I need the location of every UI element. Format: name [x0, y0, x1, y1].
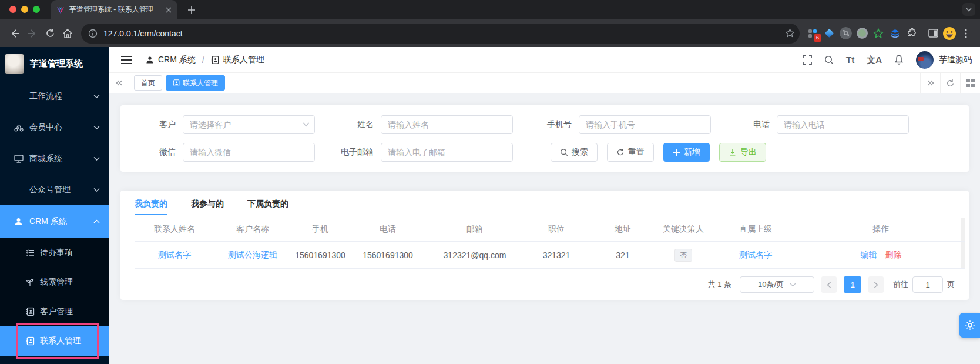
reset-button[interactable]: 重置 — [607, 143, 654, 162]
profile-avatar[interactable] — [941, 25, 958, 42]
sidebar-item-mall-system[interactable]: 商城系统 — [0, 143, 109, 174]
name-input[interactable] — [381, 115, 513, 134]
theme-settings-button[interactable] — [959, 313, 980, 338]
field-label: 电子邮箱 — [333, 147, 374, 158]
tab-subordinate[interactable]: 下属负责的 — [247, 199, 288, 215]
navbar-actions: Tt 文A 芋道源码 — [803, 51, 972, 69]
extension-layers-icon[interactable] — [887, 25, 903, 42]
language-icon[interactable]: 文A — [867, 55, 882, 64]
mobile-input[interactable] — [579, 115, 711, 134]
user-icon — [14, 218, 23, 226]
sidebar-item-crm-system[interactable]: CRM 系统 — [0, 205, 109, 238]
next-page-button[interactable] — [868, 276, 884, 293]
app-navbar: CRM 系统 / 联系人管理 Tt 文A — [109, 47, 980, 73]
tag-label: 联系人管理 — [183, 78, 218, 88]
page-number-button[interactable]: 1 — [844, 276, 861, 293]
browser-tabstrip: 芋道管理系统 - 联系人管理 — [0, 0, 980, 19]
extension-green-circle-icon[interactable] — [854, 25, 870, 42]
gear-icon — [965, 320, 975, 330]
site-info-icon[interactable] — [88, 29, 98, 38]
reload-icon[interactable] — [41, 25, 59, 42]
minimize-window-button[interactable] — [21, 6, 28, 13]
tab-participated[interactable]: 我参与的 — [191, 199, 224, 215]
filter-item-wechat: 微信 — [135, 143, 315, 162]
collapse-menu-icon[interactable] — [118, 51, 135, 69]
search-icon[interactable] — [824, 55, 834, 65]
chevron-down-icon — [93, 125, 100, 129]
email-input[interactable] — [381, 143, 513, 162]
browser-toolbar: 127.0.0.1/crm/contact 6 — [0, 19, 980, 47]
sidebar-item-workflow[interactable]: 工作流程 — [0, 81, 109, 112]
prev-page-button[interactable] — [821, 276, 837, 293]
browser-menu-icon[interactable] — [958, 25, 974, 42]
tag-home[interactable]: 首页 — [134, 75, 162, 91]
scroll-tags-left-icon[interactable] — [109, 73, 129, 93]
parent-contact-link[interactable]: 测试名字 — [739, 250, 772, 261]
fullscreen-icon[interactable] — [803, 55, 812, 65]
breadcrumb-parent[interactable]: CRM 系统 — [158, 55, 196, 65]
bell-icon[interactable] — [894, 55, 904, 65]
side-panel-icon[interactable] — [925, 25, 941, 42]
search-button-label: 搜索 — [572, 147, 588, 158]
tag-label: 首页 — [141, 78, 155, 88]
sidebar-item-clue[interactable]: 线索管理 — [0, 268, 109, 297]
telephone-input[interactable] — [777, 115, 909, 134]
forward-icon[interactable] — [24, 25, 41, 42]
add-button[interactable]: 新增 — [663, 143, 710, 162]
scope-tabs: 我负责的 我参与的 下属负责的 — [135, 199, 955, 215]
extension-tampermonkey-icon[interactable]: 6 — [804, 25, 821, 42]
close-tab-icon[interactable] — [166, 7, 172, 13]
user-menu[interactable]: 芋道源码 — [916, 51, 972, 69]
back-icon[interactable] — [6, 25, 24, 42]
new-tab-button[interactable] — [184, 3, 199, 17]
address-cell: 321 — [589, 242, 656, 268]
extension-star-icon[interactable] — [870, 25, 887, 42]
goto-page: 前往 页 — [893, 276, 955, 293]
customer-select[interactable] — [183, 115, 315, 134]
extension-gray-circle-icon[interactable] — [837, 25, 854, 42]
tab-search-button[interactable] — [962, 3, 975, 16]
goto-page-input[interactable] — [912, 276, 943, 293]
sidebar-item-todo[interactable]: 待办事项 — [0, 238, 109, 268]
app-title: 芋道管理系统 — [30, 58, 83, 69]
sidebar-item-member-center[interactable]: 会员中心 — [0, 112, 109, 143]
customer-name-link[interactable]: 测试公海逻辑 — [228, 250, 277, 261]
monitor-icon — [14, 154, 24, 163]
col-header: 关键决策人 — [656, 218, 710, 241]
app-logo[interactable]: 芋道管理系统 — [0, 47, 109, 76]
scroll-tags-right-icon[interactable] — [920, 73, 940, 93]
page-size-select[interactable]: 10条/页 — [740, 276, 814, 293]
edit-link[interactable]: 编辑 — [861, 250, 877, 261]
wechat-input[interactable] — [183, 143, 315, 162]
filter-card: 客户 姓名 手机号 — [120, 105, 969, 172]
layout-grid-icon[interactable] — [960, 73, 980, 93]
address-bar[interactable]: 127.0.0.1/crm/contact — [81, 24, 800, 44]
chevron-down-icon — [93, 188, 100, 192]
col-header: 客户名称 — [214, 218, 291, 241]
total-count: 共 1 条 — [708, 279, 731, 290]
clue-icon — [26, 278, 34, 287]
sidebar-item-customer[interactable]: 客户管理 — [0, 297, 109, 326]
extension-diamond-icon[interactable] — [821, 25, 837, 42]
search-button[interactable]: 搜索 — [551, 143, 598, 162]
extensions-puzzle-icon[interactable] — [903, 25, 919, 42]
delete-link[interactable]: 删除 — [885, 250, 902, 261]
font-size-icon[interactable]: Tt — [846, 55, 854, 64]
main-area: CRM 系统 / 联系人管理 Tt 文A — [109, 47, 980, 364]
home-icon[interactable] — [59, 25, 76, 42]
export-button[interactable]: 导出 — [719, 143, 766, 162]
refresh-page-icon[interactable] — [940, 73, 960, 93]
filter-buttons: 搜索 重置 新增 导出 — [551, 143, 766, 162]
bookmark-star-icon[interactable] — [785, 28, 795, 38]
col-header: 邮箱 — [426, 218, 523, 241]
contact-name-link[interactable]: 测试名字 — [158, 250, 191, 261]
add-button-label: 新增 — [684, 147, 700, 158]
sidebar-item-official-account[interactable]: 公众号管理 — [0, 174, 109, 205]
sidebar-item-contact[interactable]: 联系人管理 — [0, 326, 109, 356]
tags-view-bar: 首页 联系人管理 — [109, 73, 980, 93]
tab-mine[interactable]: 我负责的 — [135, 199, 167, 215]
close-window-button[interactable] — [9, 6, 16, 13]
browser-tab[interactable]: 芋道管理系统 - 联系人管理 — [51, 0, 177, 19]
tag-contact[interactable]: 联系人管理 — [166, 75, 225, 91]
zoom-window-button[interactable] — [33, 6, 40, 13]
